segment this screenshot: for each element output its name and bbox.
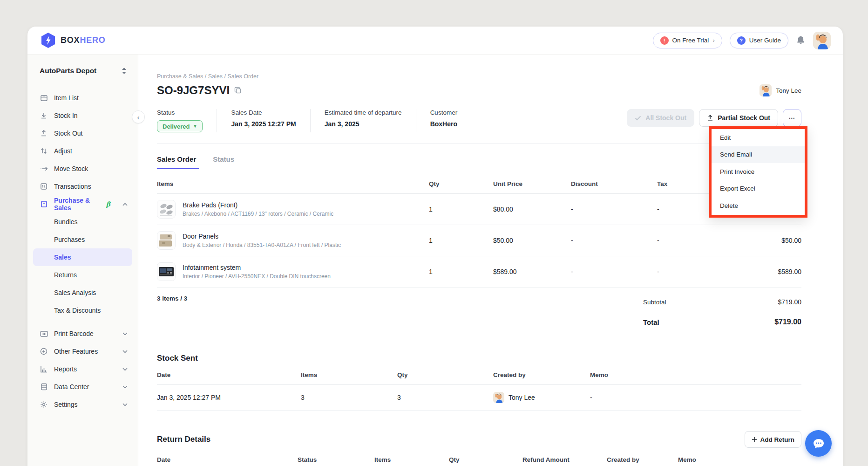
menu-item-delete[interactable]: Delete	[712, 197, 805, 214]
user-guide-button[interactable]: ? User Guide	[730, 33, 788, 48]
sidebar-item-item-list[interactable]: Item List	[27, 89, 138, 107]
sidebar-item-transactions[interactable]: Transactions	[27, 178, 138, 195]
sidebar-item-purchase-sales[interactable]: Purchase & Sales β	[27, 195, 138, 213]
boxhero-logo-icon	[41, 32, 56, 48]
item-description: Brakes / Akebono / ACT1169 / 13" rotors …	[183, 211, 333, 217]
bar-chart-icon	[40, 365, 48, 373]
status-dropdown[interactable]: Delivered ▼	[157, 120, 203, 132]
user-guide-label: User Guide	[749, 37, 781, 44]
workspace-name: AutoParts Depot	[40, 67, 96, 75]
trial-alert-icon: !	[660, 36, 669, 45]
sidebar-item-print-barcode[interactable]: Print Barcode	[27, 325, 138, 343]
table-row[interactable]: Brake Pads (Front) Brakes / Akebono / AC…	[157, 194, 801, 225]
move-stock-icon	[40, 164, 48, 173]
cell-amount: $589.00	[722, 268, 801, 275]
return-details-title: Return Details	[157, 435, 210, 444]
menu-item-export-excel[interactable]: Export Excel	[712, 180, 805, 198]
menu-item-edit[interactable]: Edit	[712, 129, 805, 146]
chevron-down-icon	[122, 403, 128, 406]
sidebar-item-other-features[interactable]: Other Features	[27, 343, 138, 360]
sidebar-item-returns[interactable]: Returns	[27, 266, 138, 284]
item-name: Door Panels	[183, 233, 341, 240]
table-row[interactable]: Door Panels Body & Exterior / Honda / 83…	[157, 225, 801, 256]
meta-customer: Customer BoxHero	[430, 109, 472, 132]
owner-avatar	[760, 84, 772, 96]
cell-memo: -	[590, 394, 801, 401]
sidebar-item-label: Data Center	[54, 383, 89, 391]
cell-qty: 1	[429, 237, 493, 244]
notification-bell-icon[interactable]	[796, 35, 806, 46]
meta-value: Jan 3, 2025 12:27 PM	[231, 120, 296, 128]
sidebar-item-data-center[interactable]: Data Center	[27, 378, 138, 396]
cell-date: Jan 3, 2025 12:27 PM	[157, 394, 301, 401]
cell-discount: -	[571, 237, 657, 244]
chat-icon	[813, 438, 825, 449]
tab-status[interactable]: Status	[213, 155, 234, 169]
sidebar-item-label: Other Features	[54, 348, 98, 355]
main-content: Purchase & Sales / Sales / Sales Order S…	[138, 55, 843, 466]
cell-qty: 1	[429, 268, 493, 275]
sidebar-item-bundles[interactable]: Bundles	[27, 213, 138, 231]
cell-qty: 1	[429, 206, 493, 213]
cell-unit-price: $50.00	[493, 237, 571, 244]
sidebar-item-purchases[interactable]: Purchases	[27, 231, 138, 248]
chat-widget-button[interactable]	[805, 430, 832, 457]
cell-created-by: Tony Lee	[493, 392, 590, 403]
user-avatar[interactable]	[813, 32, 831, 49]
tab-sales-order[interactable]: Sales Order	[157, 155, 196, 169]
sidebar-item-adjust[interactable]: Adjust	[27, 142, 138, 160]
barcode-icon	[40, 329, 48, 338]
boxhero-logo[interactable]: BOXHERO	[41, 32, 106, 48]
table-row[interactable]: Jan 3, 2025 12:27 PM 3 3 Tony Lee -	[157, 385, 801, 411]
subtotal-value: $719.00	[778, 298, 801, 306]
sidebar-item-label: Item List	[54, 94, 79, 102]
sidebar-item-settings[interactable]: Settings	[27, 396, 138, 413]
item-description: Interior / Pioneer / AVH-2550NEX / Doubl…	[183, 273, 331, 280]
meta-label: Status	[157, 109, 203, 116]
sidebar-item-tax-discounts[interactable]: Tax & Discounts	[27, 302, 138, 319]
col-status: Status	[298, 456, 374, 463]
page-title: SO-9JG7SYVI	[157, 84, 230, 97]
stock-out-icon	[40, 129, 48, 137]
more-actions-button[interactable]: ⋯	[783, 109, 801, 127]
sidebar-item-sales[interactable]: Sales	[33, 248, 132, 266]
meta-etd: Estimated time of departure Jan 3, 2025	[325, 109, 416, 132]
sidebar-item-reports[interactable]: Reports	[27, 360, 138, 378]
col-items: Items	[301, 371, 397, 378]
cell-discount: -	[571, 206, 657, 213]
add-return-label: Add Return	[760, 436, 795, 443]
chevron-up-icon	[122, 203, 128, 206]
items-count: 3 items / 3	[157, 295, 187, 302]
sidebar-item-sales-analysis[interactable]: Sales Analysis	[27, 284, 138, 302]
total-label: Total	[643, 318, 659, 326]
col-date: Date	[157, 456, 298, 463]
partial-stock-out-button[interactable]: Partial Stock Out	[699, 109, 778, 127]
workspace-switcher[interactable]: AutoParts Depot	[27, 62, 138, 77]
cell-qty: 3	[397, 394, 493, 401]
all-stock-out-button: All Stock Out	[627, 109, 694, 127]
free-trial-label: On Free Trial	[672, 37, 709, 44]
stock-sent-header: Date Items Qty Created by Memo	[157, 371, 801, 385]
item-thumbnail-infotainment	[157, 262, 176, 281]
free-trial-button[interactable]: ! On Free Trial ›	[653, 33, 722, 48]
cell-amount: $50.00	[722, 237, 801, 244]
table-row[interactable]: Infotainment system Interior / Pioneer /…	[157, 256, 801, 288]
sidebar-item-stock-out[interactable]: Stock Out	[27, 124, 138, 142]
meta-value: Jan 3, 2025	[325, 120, 402, 128]
owner-name: Tony Lee	[776, 87, 801, 94]
sidebar-collapse-button[interactable]: ‹	[132, 110, 145, 123]
sidebar-item-stock-in[interactable]: Stock In	[27, 107, 138, 124]
menu-item-send-email[interactable]: Send Email	[712, 146, 805, 164]
sidebar-item-label: Settings	[54, 401, 78, 408]
col-items: Items	[157, 180, 429, 187]
col-qty: Qty	[397, 371, 493, 378]
sidebar-item-label: Transactions	[54, 183, 91, 190]
breadcrumb[interactable]: Purchase & Sales / Sales / Sales Order	[157, 73, 801, 80]
add-return-button[interactable]: Add Return	[745, 431, 802, 448]
menu-item-print-invoice[interactable]: Print Invoice	[712, 163, 805, 180]
return-details-header: Date Status Items Qty Refund Amount Crea…	[157, 456, 801, 466]
copy-icon[interactable]	[234, 87, 242, 94]
col-refund-amount: Refund Amount	[522, 456, 607, 463]
chevron-down-icon	[122, 332, 128, 336]
sidebar-item-move-stock[interactable]: Move Stock	[27, 160, 138, 178]
